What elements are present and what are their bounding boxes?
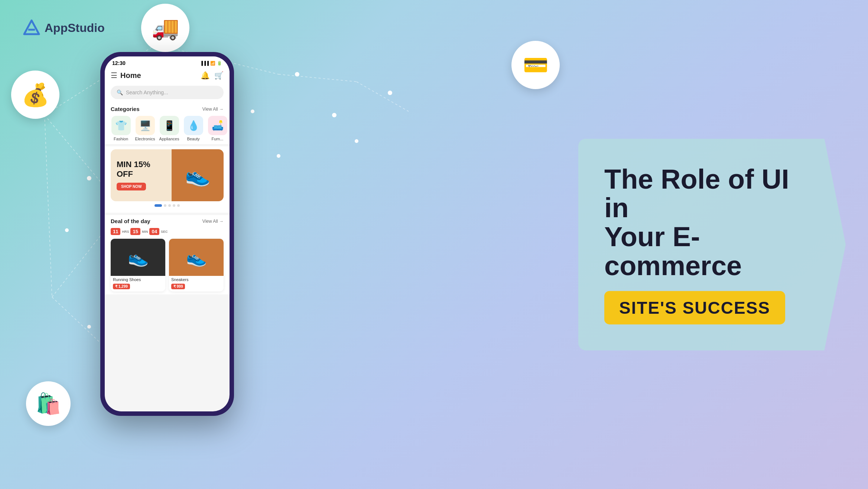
banner-title: MIN 15% bbox=[117, 160, 166, 169]
money-icon-circle: 💰 bbox=[11, 71, 59, 119]
categories-row: 👕 Fashion 🖥️ Electronics 📱 bbox=[111, 116, 224, 141]
product-price-1: ₹ 1,299 bbox=[113, 284, 130, 289]
timer-hours: 11 bbox=[111, 228, 120, 235]
deal-section: Deal of the day View All → 11 HRS 15 MIN… bbox=[105, 215, 230, 294]
heading-line2: Your E-commerce bbox=[604, 221, 742, 281]
deal-timer: 11 HRS 15 MIN 04 SEC bbox=[111, 228, 224, 235]
search-placeholder: Search Anything... bbox=[126, 89, 168, 95]
dot-3 bbox=[168, 204, 171, 207]
fashion-icon-wrap: 👕 bbox=[111, 116, 131, 135]
product-price-2: ₹ 999 bbox=[171, 284, 185, 289]
logo: AppStudio bbox=[22, 19, 105, 37]
fashion-icon: 👕 bbox=[115, 120, 127, 131]
category-appliances[interactable]: 📱 Appliances bbox=[159, 116, 179, 141]
bag-emoji: 🛍️ bbox=[36, 392, 61, 416]
arrow-shape-container: The Role of UI in Your E-commerce SITE'S… bbox=[578, 138, 846, 351]
timer-minutes: 15 bbox=[130, 228, 140, 235]
product-sneakers[interactable]: 👟 Sneakers ₹ 999 bbox=[169, 239, 224, 291]
bag-icon-circle: 🛍️ bbox=[26, 381, 71, 426]
shoe-1-icon: 👟 bbox=[128, 248, 149, 267]
electronics-icon-wrap: 🖥️ bbox=[136, 116, 155, 135]
appliances-icon-wrap: 📱 bbox=[160, 116, 179, 135]
header-action-icons: 🔔 🛒 bbox=[201, 71, 224, 80]
shop-now-button[interactable]: SHOP NOW bbox=[117, 183, 146, 190]
banner-off: OFF bbox=[117, 169, 166, 179]
phone-screen: 12:30 ▐▐▐ 📶 🔋 ☰ Home 🔔 🛒 bbox=[105, 56, 230, 411]
header-left: ☰ Home bbox=[111, 71, 141, 80]
svg-marker-23 bbox=[24, 20, 39, 34]
dot-4 bbox=[173, 204, 175, 207]
cart-icon[interactable]: 🛒 bbox=[214, 71, 224, 80]
furniture-icon-wrap: 🛋️ bbox=[208, 116, 227, 135]
status-icons: ▐▐▐ 📶 🔋 bbox=[200, 61, 222, 66]
appliances-icon: 📱 bbox=[163, 120, 175, 131]
truck-icon-circle: 🚚 bbox=[141, 4, 189, 52]
beauty-icon-wrap: 💧 bbox=[184, 116, 203, 135]
product-img-2: 👟 bbox=[169, 239, 224, 276]
appstudio-logo-icon bbox=[22, 19, 41, 37]
hamburger-icon[interactable]: ☰ bbox=[111, 71, 117, 80]
banner-right: 👟 bbox=[172, 149, 224, 201]
appliances-label: Appliances bbox=[159, 137, 179, 141]
electronics-icon: 🖥️ bbox=[139, 120, 151, 131]
wifi-icon: 📶 bbox=[210, 61, 215, 66]
signal-icon: ▐▐▐ bbox=[200, 61, 209, 65]
search-input[interactable]: 🔍 Search Anything... bbox=[111, 86, 224, 99]
deal-view-all[interactable]: View All → bbox=[202, 219, 224, 224]
search-icon: 🔍 bbox=[117, 89, 123, 95]
deal-title: Deal of the day bbox=[111, 218, 150, 224]
deal-header: Deal of the day View All → bbox=[111, 218, 224, 224]
categories-title: Categories bbox=[111, 106, 140, 112]
products-row: 👟 Running Shoes ₹ 1,299 👟 Sneakers ₹ 999 bbox=[111, 239, 224, 291]
promo-banner: MIN 15% OFF SHOP NOW 👟 bbox=[111, 149, 224, 201]
right-panel: The Role of UI in Your E-commerce SITE'S… bbox=[578, 138, 846, 351]
electronics-label: Electronics bbox=[135, 137, 155, 141]
main-heading: The Role of UI in Your E-commerce bbox=[604, 164, 794, 280]
product-img-1: 👟 bbox=[111, 239, 165, 276]
app-title: Home bbox=[120, 71, 141, 80]
money-emoji: 💰 bbox=[22, 82, 49, 108]
dot-1 bbox=[155, 204, 162, 207]
notification-icon[interactable]: 🔔 bbox=[201, 71, 210, 80]
success-badge: SITE'S SUCCESS bbox=[604, 291, 785, 325]
banner-section: MIN 15% OFF SHOP NOW 👟 bbox=[105, 146, 230, 213]
shoe-2-icon: 👟 bbox=[186, 248, 207, 267]
success-text: SITE'S SUCCESS bbox=[619, 298, 770, 317]
card-emoji: 💳 bbox=[523, 53, 549, 77]
status-time: 12:30 bbox=[112, 60, 126, 66]
category-electronics[interactable]: 🖥️ Electronics bbox=[135, 116, 155, 141]
fashion-label: Fashion bbox=[114, 137, 128, 141]
truck-emoji: 🚚 bbox=[152, 15, 179, 41]
sec-label: SEC bbox=[161, 230, 168, 234]
timer-seconds: 04 bbox=[149, 228, 159, 235]
product-running-shoes[interactable]: 👟 Running Shoes ₹ 1,299 bbox=[111, 239, 165, 291]
beauty-icon: 💧 bbox=[188, 120, 199, 131]
brand-name: AppStudio bbox=[45, 21, 105, 35]
phone-shell: 12:30 ▐▐▐ 📶 🔋 ☰ Home 🔔 🛒 bbox=[100, 52, 234, 416]
dot-2 bbox=[164, 204, 166, 207]
categories-view-all[interactable]: View All → bbox=[202, 107, 224, 112]
battery-icon: 🔋 bbox=[217, 61, 222, 66]
search-section: 🔍 Search Anything... bbox=[105, 84, 230, 103]
status-bar: 12:30 ▐▐▐ 📶 🔋 bbox=[105, 56, 230, 68]
category-beauty[interactable]: 💧 Beauty bbox=[183, 116, 204, 141]
categories-header: Categories View All → bbox=[111, 106, 224, 112]
product-label-2: Sneakers bbox=[169, 276, 224, 283]
category-fashion[interactable]: 👕 Fashion bbox=[111, 116, 131, 141]
furniture-label: Furn... bbox=[212, 137, 224, 141]
hrs-label: HRS bbox=[122, 230, 129, 234]
category-furniture[interactable]: 🛋️ Furn... bbox=[207, 116, 228, 141]
banner-left: MIN 15% OFF SHOP NOW bbox=[111, 149, 172, 201]
product-label-1: Running Shoes bbox=[111, 276, 165, 283]
heading-line1: The Role of UI in bbox=[604, 163, 789, 223]
categories-section: Categories View All → 👕 Fashion 🖥️ bbox=[105, 103, 230, 144]
phone-mockup: 12:30 ▐▐▐ 📶 🔋 ☰ Home 🔔 🛒 bbox=[100, 52, 234, 416]
beauty-label: Beauty bbox=[187, 137, 199, 141]
min-label: MIN bbox=[142, 230, 148, 234]
app-header: ☰ Home 🔔 🛒 bbox=[105, 68, 230, 84]
banner-dots bbox=[111, 201, 224, 210]
card-icon-circle: 💳 bbox=[511, 41, 560, 89]
dot-5 bbox=[177, 204, 180, 207]
shoe-emoji: 👟 bbox=[185, 163, 211, 188]
furniture-icon: 🛋️ bbox=[212, 120, 224, 131]
